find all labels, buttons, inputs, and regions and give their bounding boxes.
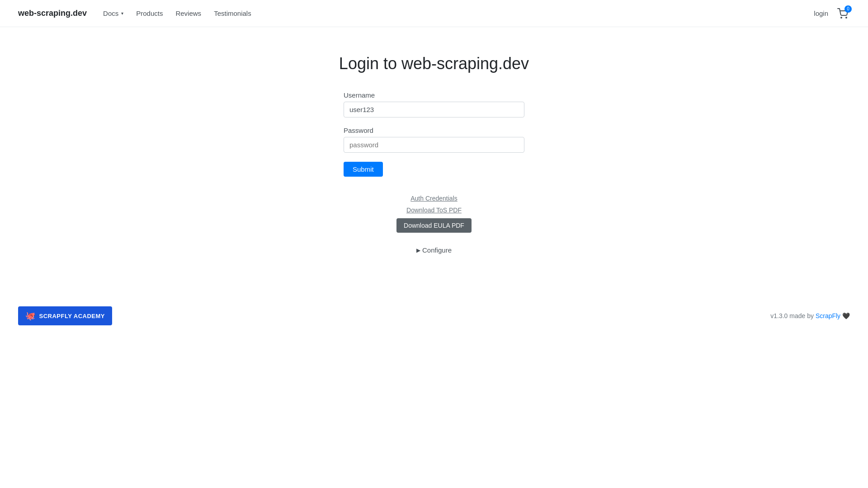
scrapfly-icon: 🐙 bbox=[25, 311, 36, 321]
configure-label: Configure bbox=[422, 246, 452, 254]
svg-point-1 bbox=[846, 17, 847, 18]
brand-link[interactable]: web-scraping.dev bbox=[18, 9, 87, 18]
password-group: Password bbox=[344, 127, 524, 153]
username-input[interactable] bbox=[344, 102, 524, 117]
scrapfly-academy-label: SCRAPFLY ACADEMY bbox=[39, 313, 105, 319]
nav-links: Docs ▾ Products Reviews Testimonials bbox=[98, 6, 814, 21]
password-label: Password bbox=[344, 127, 524, 134]
links-section: Auth Credentials Download ToS PDF Downlo… bbox=[396, 195, 472, 233]
login-form: Username Password Submit bbox=[344, 91, 524, 177]
reviews-link[interactable]: Reviews bbox=[170, 6, 207, 21]
chevron-down-icon: ▾ bbox=[121, 11, 123, 16]
download-eula-button[interactable]: Download EULA PDF bbox=[396, 218, 472, 233]
auth-credentials-link[interactable]: Auth Credentials bbox=[410, 195, 458, 202]
username-group: Username bbox=[344, 91, 524, 117]
configure-section: ▶ Configure bbox=[416, 246, 452, 254]
cart-button[interactable]: 0 bbox=[835, 6, 850, 21]
heart-icon: 🖤 bbox=[842, 312, 850, 319]
footer-version: v1.3.0 made by ScrapFly 🖤 bbox=[770, 312, 850, 319]
testimonials-link[interactable]: Testimonials bbox=[208, 6, 257, 21]
page-title: Login to web-scraping.dev bbox=[339, 54, 529, 73]
login-link[interactable]: login bbox=[814, 9, 828, 17]
cart-badge: 0 bbox=[844, 5, 852, 13]
scrapfly-academy-button[interactable]: 🐙 SCRAPFLY ACADEMY bbox=[18, 306, 112, 325]
main-content: Login to web-scraping.dev Username Passw… bbox=[0, 27, 868, 272]
docs-dropdown[interactable]: Docs ▾ bbox=[98, 6, 129, 21]
username-label: Username bbox=[344, 91, 524, 99]
version-text: v1.3.0 made by bbox=[770, 312, 814, 319]
navbar-right: login 0 bbox=[814, 6, 850, 21]
configure-toggle[interactable]: ▶ Configure bbox=[416, 246, 452, 254]
password-input[interactable] bbox=[344, 137, 524, 153]
download-tos-link[interactable]: Download ToS PDF bbox=[406, 206, 462, 214]
svg-point-0 bbox=[841, 17, 842, 18]
triangle-right-icon: ▶ bbox=[416, 247, 420, 253]
navbar: web-scraping.dev Docs ▾ Products Reviews… bbox=[0, 0, 868, 27]
products-link[interactable]: Products bbox=[131, 6, 168, 21]
scrapfly-link[interactable]: ScrapFly bbox=[816, 312, 840, 319]
submit-button[interactable]: Submit bbox=[344, 162, 383, 177]
footer: 🐙 SCRAPFLY ACADEMY v1.3.0 made by ScrapF… bbox=[0, 299, 868, 333]
docs-label: Docs bbox=[103, 9, 118, 17]
